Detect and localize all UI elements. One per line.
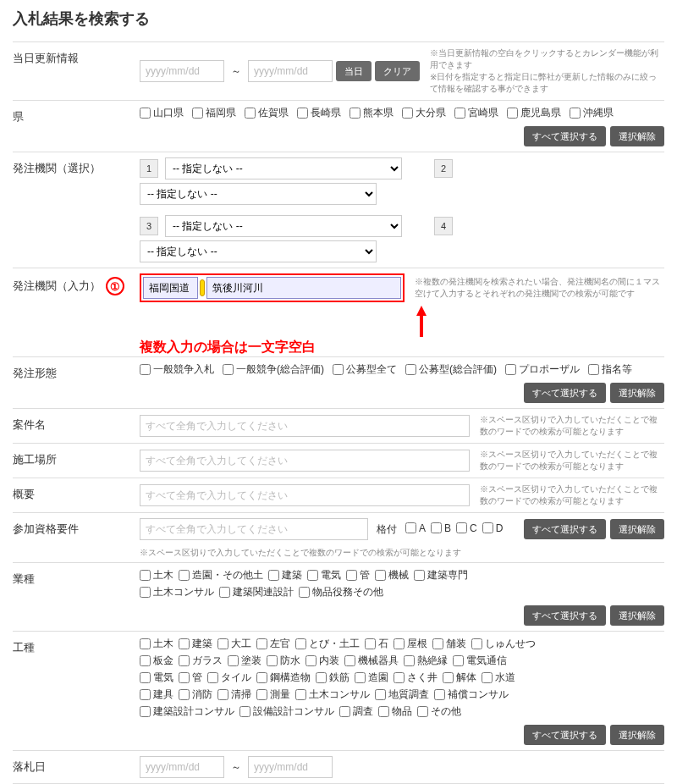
work-type-checkbox[interactable]: 鉄筋 [316, 671, 350, 685]
industry-checkbox[interactable]: 建築関連設計 [219, 585, 294, 599]
order-type-checkbox[interactable]: 公募型(総合評価) [405, 362, 497, 377]
work-type-checkbox[interactable]: 地質調査 [375, 687, 429, 702]
deselect-button[interactable]: 選択解除 [610, 126, 664, 146]
work-type-checkbox[interactable]: 鋼構造物 [256, 671, 311, 685]
industry-checkbox[interactable]: 物品役務その他 [299, 585, 383, 599]
rank-checkbox[interactable]: A [405, 522, 426, 534]
label-order-type: 発注形態 [13, 362, 140, 381]
work-type-checkbox[interactable]: ガラス [179, 654, 223, 668]
deselect-button[interactable]: 選択解除 [610, 383, 664, 403]
industry-checkbox[interactable]: 建築専門 [414, 568, 468, 582]
work-type-checkbox[interactable]: 左官 [256, 637, 290, 651]
summary-input[interactable] [140, 484, 470, 506]
clear-button[interactable]: クリア [375, 61, 420, 81]
work-type-checkbox[interactable]: 塗装 [228, 654, 261, 668]
pref-checkbox[interactable]: 福岡県 [192, 106, 236, 120]
label-worktype: 工種 [13, 637, 140, 655]
work-type-checkbox[interactable]: 建築 [179, 637, 212, 651]
org-select-2[interactable]: -- 指定しない -- [140, 183, 377, 205]
order-type-checkbox[interactable]: 指名等 [588, 362, 632, 377]
industry-checkbox[interactable]: 管 [346, 568, 370, 582]
page-title: 入札結果を検索する [13, 8, 664, 29]
select-all-button[interactable]: すべて選択する [524, 725, 606, 745]
pref-checkbox[interactable]: 熊本県 [350, 106, 394, 120]
work-type-checkbox[interactable]: しゅんせつ [471, 637, 536, 651]
work-type-checkbox[interactable]: 清掃 [217, 687, 251, 702]
industry-checkbox[interactable]: 土木コンサル [140, 585, 214, 599]
pref-checkbox[interactable]: 佐賀県 [245, 106, 289, 120]
select-all-button[interactable]: すべて選択する [524, 519, 606, 539]
industry-checkbox[interactable]: 機械 [375, 568, 409, 582]
today-button[interactable]: 当日 [336, 61, 372, 81]
pref-checkbox[interactable]: 宮崎県 [454, 106, 498, 120]
org-select-1[interactable]: -- 指定しない -- [165, 157, 402, 179]
pref-checkbox[interactable]: 沖縄県 [570, 106, 614, 120]
work-type-checkbox[interactable]: 設備設計コンサル [239, 704, 334, 719]
rank-checkbox[interactable]: D [482, 522, 504, 534]
update-date-from[interactable] [140, 60, 224, 82]
label-industry: 業種 [13, 568, 140, 587]
work-type-checkbox[interactable]: 熱絶縁 [404, 654, 448, 668]
select-all-button[interactable]: すべて選択する [524, 126, 606, 146]
case-name-input[interactable] [140, 415, 470, 437]
work-type-checkbox[interactable]: 防水 [267, 654, 300, 668]
work-type-checkbox[interactable]: 電気 [140, 671, 173, 685]
industry-checkbox[interactable]: 造園・その他土 [179, 568, 263, 582]
org-select-4[interactable]: -- 指定しない -- [140, 240, 377, 262]
work-type-checkbox[interactable]: 舗装 [432, 637, 466, 651]
pref-checkbox[interactable]: 大分県 [402, 106, 446, 120]
order-type-checkbox[interactable]: 公募型全て [333, 362, 397, 377]
work-type-checkbox[interactable]: 石 [365, 637, 388, 651]
work-type-checkbox[interactable]: 調査 [339, 704, 373, 719]
industry-checkbox[interactable]: 土木 [140, 568, 173, 582]
summary-note: ※スペース区切りで入力していただくことで複数のワードでの検索が可能となります [480, 483, 664, 507]
work-type-checkbox[interactable]: 水道 [482, 671, 515, 685]
industry-checkbox[interactable]: 建築 [268, 568, 302, 582]
industry-checkbox[interactable]: 電気 [307, 568, 341, 582]
org-num-4: 4 [434, 217, 453, 235]
award-date-to[interactable] [248, 756, 333, 778]
work-type-checkbox[interactable]: とび・土工 [295, 637, 360, 651]
rank-checkbox[interactable]: C [456, 522, 477, 534]
update-date-to[interactable] [248, 60, 333, 82]
deselect-button[interactable]: 選択解除 [610, 519, 664, 539]
pref-checkbox[interactable]: 山口県 [140, 106, 184, 120]
org-input-2[interactable] [206, 277, 401, 299]
work-type-checkbox[interactable]: 建具 [140, 687, 173, 702]
work-type-checkbox[interactable]: 補償コンサル [434, 687, 509, 702]
work-type-checkbox[interactable]: さく井 [394, 671, 438, 685]
place-input[interactable] [140, 450, 470, 472]
order-type-checkbox[interactable]: 一般競争(総合評価) [223, 362, 324, 377]
work-type-checkbox[interactable]: 消防 [179, 687, 212, 702]
work-type-checkbox[interactable]: 内装 [305, 654, 339, 668]
rank-label: 格付 [377, 522, 397, 537]
org-select-3[interactable]: -- 指定しない -- [165, 215, 402, 237]
work-type-checkbox[interactable]: 建築設計コンサル [140, 704, 234, 719]
work-type-checkbox[interactable]: 測量 [256, 687, 290, 702]
order-type-checkbox[interactable]: 一般競争入札 [140, 362, 214, 377]
work-type-checkbox[interactable]: 大工 [217, 637, 251, 651]
work-type-checkbox[interactable]: 解体 [443, 671, 476, 685]
award-date-from[interactable] [140, 756, 224, 778]
rank-checkbox[interactable]: B [431, 522, 451, 534]
work-type-checkbox[interactable]: 土木コンサル [295, 687, 370, 702]
work-type-checkbox[interactable]: 土木 [140, 637, 173, 651]
work-type-checkbox[interactable]: 電気通信 [453, 654, 507, 668]
work-type-checkbox[interactable]: 機械器具 [344, 654, 399, 668]
select-all-button[interactable]: すべて選択する [524, 605, 606, 626]
work-type-checkbox[interactable]: 管 [179, 671, 202, 685]
order-type-checkbox[interactable]: プロポーザル [505, 362, 580, 377]
work-type-checkbox[interactable]: 板金 [140, 654, 173, 668]
select-all-button[interactable]: すべて選択する [524, 383, 606, 403]
work-type-checkbox[interactable]: その他 [417, 704, 461, 719]
qual-input[interactable] [140, 518, 368, 540]
work-type-checkbox[interactable]: タイル [207, 671, 251, 685]
pref-checkbox[interactable]: 長崎県 [297, 106, 341, 120]
work-type-checkbox[interactable]: 造園 [355, 671, 388, 685]
work-type-checkbox[interactable]: 物品 [378, 704, 412, 719]
pref-checkbox[interactable]: 鹿児島県 [507, 106, 561, 120]
deselect-button[interactable]: 選択解除 [610, 605, 664, 626]
work-type-checkbox[interactable]: 屋根 [394, 637, 427, 651]
deselect-button[interactable]: 選択解除 [610, 725, 664, 745]
org-input-1[interactable] [143, 277, 198, 299]
